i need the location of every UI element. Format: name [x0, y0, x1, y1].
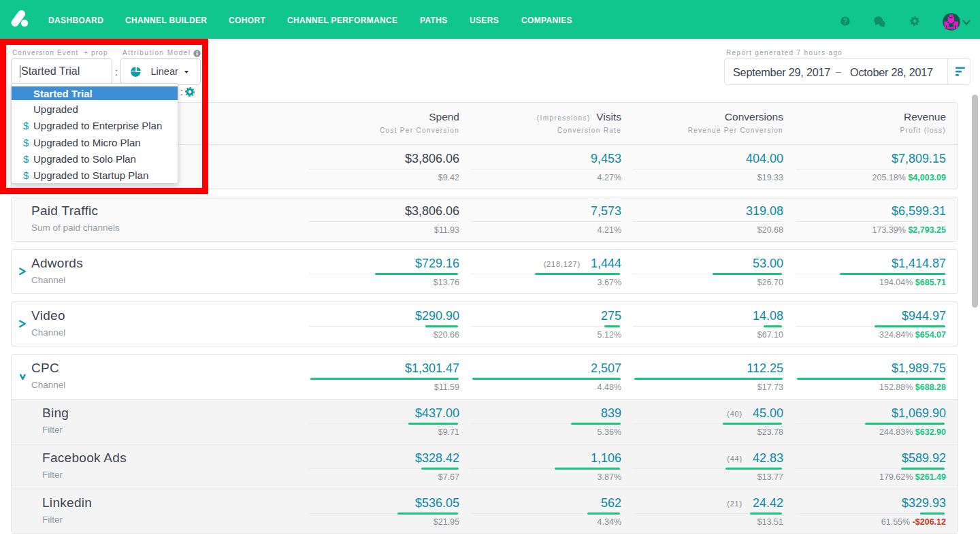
svg-text:?: ?	[843, 18, 847, 25]
